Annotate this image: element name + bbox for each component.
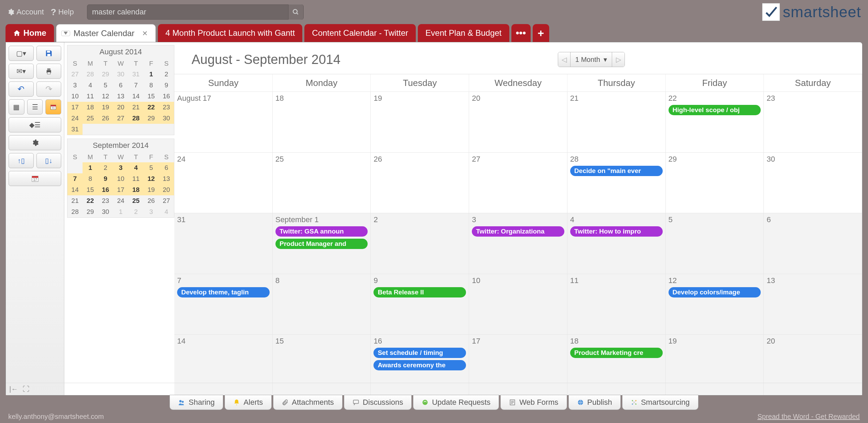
help-menu[interactable]: ? Help: [51, 7, 74, 18]
calendar-cell[interactable]: 26: [371, 152, 469, 213]
mini-day[interactable]: 9: [159, 80, 174, 91]
calendar-cell[interactable]: 21: [567, 91, 666, 152]
mini-day[interactable]: 13: [113, 91, 128, 102]
dropdown-icon[interactable]: [61, 31, 70, 36]
mini-day[interactable]: 13: [159, 173, 174, 184]
tab-add[interactable]: +: [533, 24, 549, 42]
mini-day[interactable]: [113, 124, 128, 135]
mini-day[interactable]: 29: [98, 69, 113, 80]
calendar-event[interactable]: Twitter: GSA announ: [275, 226, 368, 237]
close-icon[interactable]: ✕: [142, 29, 148, 37]
calendar-cell[interactable]: 25: [273, 152, 371, 213]
mini-day[interactable]: [128, 124, 143, 135]
mini-day[interactable]: 2: [98, 162, 113, 173]
footer-tab-publish[interactable]: Publish: [568, 395, 621, 410]
calendar-cell[interactable]: 31: [174, 213, 273, 274]
mini-day[interactable]: [67, 162, 83, 173]
mini-day[interactable]: 2: [128, 206, 143, 217]
import-up-button[interactable]: ↑▯: [9, 153, 34, 168]
calendar-cell[interactable]: 18: [273, 91, 371, 152]
mini-day[interactable]: 3: [143, 206, 159, 217]
mini-day[interactable]: 22: [143, 102, 159, 113]
tab-master-calendar[interactable]: Master Calendar ✕: [56, 24, 156, 42]
tab-home[interactable]: Home: [6, 24, 54, 42]
calendar-cell[interactable]: 19: [371, 91, 469, 152]
mini-day[interactable]: 16: [98, 184, 113, 195]
calendar-event[interactable]: Develop theme, taglin: [177, 287, 270, 297]
mini-day[interactable]: 21: [67, 195, 83, 206]
mini-day[interactable]: 7: [67, 173, 83, 184]
range-next[interactable]: ▷: [612, 52, 625, 67]
mini-day[interactable]: 29: [143, 113, 159, 124]
calendar-cell[interactable]: 27: [469, 152, 567, 213]
today-button[interactable]: 17: [9, 171, 61, 186]
hierarchy-button[interactable]: ◆☰: [9, 117, 61, 132]
mini-day[interactable]: 25: [128, 195, 143, 206]
footer-tab-smartsourcing[interactable]: Smartsourcing: [622, 395, 698, 410]
calendar-cell[interactable]: 4Twitter: How to impro: [567, 213, 666, 274]
mini-day[interactable]: 26: [98, 113, 113, 124]
footer-tab-discussions[interactable]: Discussions: [344, 395, 412, 410]
redo-button[interactable]: ↷: [36, 82, 62, 97]
footer-tab-web forms[interactable]: Web Forms: [500, 395, 567, 410]
new-button[interactable]: ▢▾: [9, 46, 34, 61]
mini-day[interactable]: 8: [143, 80, 159, 91]
calendar-cell[interactable]: 6: [764, 213, 862, 274]
mini-day[interactable]: 7: [128, 80, 143, 91]
footer-tab-sharing[interactable]: Sharing: [170, 395, 223, 410]
calendar-event[interactable]: Awards ceremony the: [373, 360, 466, 370]
calendar-cell[interactable]: 13: [764, 274, 862, 335]
calendar-cell[interactable]: 3Twitter: Organizationa: [469, 213, 567, 274]
calendar-cell[interactable]: 7Develop theme, taglin: [174, 274, 273, 335]
mini-day[interactable]: [83, 124, 98, 135]
mini-day[interactable]: 1: [83, 162, 98, 173]
calendar-event[interactable]: Develop colors/image: [669, 287, 761, 297]
mini-day[interactable]: 15: [83, 184, 98, 195]
mini-day[interactable]: 4: [159, 206, 174, 217]
mini-day[interactable]: 15: [143, 91, 159, 102]
calendar-cell[interactable]: 20: [469, 91, 567, 152]
mini-day[interactable]: 14: [67, 184, 83, 195]
calendar-cell[interactable]: 9Beta Release II: [371, 274, 469, 335]
mini-day[interactable]: 12: [98, 91, 113, 102]
footer-tab-alerts[interactable]: Alerts: [225, 395, 271, 410]
mini-day[interactable]: 16: [159, 91, 174, 102]
calendar-event[interactable]: Product Marketing cre: [570, 348, 663, 358]
mini-day[interactable]: 23: [98, 195, 113, 206]
mini-day[interactable]: 27: [113, 113, 128, 124]
mini-day[interactable]: 31: [128, 69, 143, 80]
mini-day[interactable]: 11: [83, 91, 98, 102]
mini-day[interactable]: 6: [159, 162, 174, 173]
mini-day[interactable]: 2: [159, 69, 174, 80]
range-span[interactable]: 1 Month▾: [571, 52, 612, 67]
mini-day[interactable]: 17: [67, 102, 83, 113]
mini-day[interactable]: 30: [113, 69, 128, 80]
calendar-event[interactable]: Twitter: How to impro: [570, 226, 663, 237]
print-button[interactable]: [36, 64, 62, 79]
footer-promo-link[interactable]: Spread the Word - Get Rewarded: [757, 413, 860, 421]
mail-button[interactable]: ✉▾: [9, 64, 34, 79]
mini-day[interactable]: 23: [159, 102, 174, 113]
tab-overflow[interactable]: •••: [511, 24, 531, 42]
mini-day[interactable]: 11: [128, 173, 143, 184]
mini-day[interactable]: 14: [128, 91, 143, 102]
mini-day[interactable]: 21: [128, 102, 143, 113]
undo-button[interactable]: ↶: [9, 82, 34, 97]
mini-day[interactable]: 12: [143, 173, 159, 184]
settings-button[interactable]: [9, 135, 61, 150]
mini-day[interactable]: 19: [143, 184, 159, 195]
calendar-event[interactable]: High-level scope / obj: [669, 105, 761, 115]
mini-day[interactable]: 28: [67, 206, 83, 217]
calendar-view-button[interactable]: 31: [45, 99, 61, 115]
mini-day[interactable]: 6: [113, 80, 128, 91]
mini-day[interactable]: 3: [113, 162, 128, 173]
account-menu[interactable]: Account: [7, 8, 44, 17]
mini-day[interactable]: 24: [67, 113, 83, 124]
mini-day[interactable]: 18: [128, 184, 143, 195]
mini-day[interactable]: 5: [143, 162, 159, 173]
mini-day[interactable]: 4: [83, 80, 98, 91]
calendar-cell[interactable]: August 17: [174, 91, 273, 152]
calendar-cell[interactable]: 22High-level scope / obj: [666, 91, 764, 152]
tab-content-calendar[interactable]: Content Calendar - Twitter: [304, 24, 416, 42]
mini-day[interactable]: 1: [143, 69, 159, 80]
